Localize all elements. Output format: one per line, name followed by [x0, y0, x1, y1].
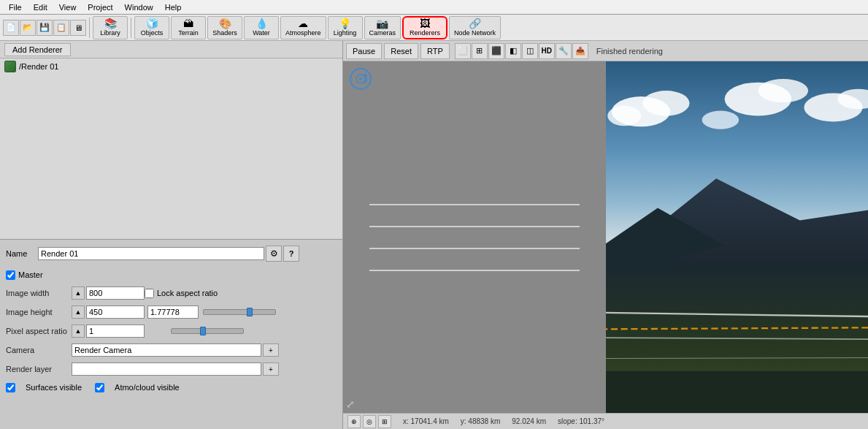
left-panel: Add Renderer /Render 01 Name ⚙ ? Master: [0, 41, 343, 429]
render-settings-btn[interactable]: 🔧: [556, 43, 572, 59]
toolbar-cameras-btn[interactable]: 📷 Cameras: [364, 16, 402, 39]
render-split: [343, 61, 868, 413]
name-input[interactable]: [38, 247, 264, 260]
image-width-input[interactable]: [86, 286, 145, 300]
render-view-btn5[interactable]: ◫: [522, 43, 538, 59]
statusbar-icon-btn1[interactable]: ⊕: [347, 415, 361, 428]
lock-aspect-checkbox[interactable]: [145, 289, 154, 298]
render-view-btn2[interactable]: ⊞: [472, 43, 488, 59]
lighting-label: Lighting: [334, 29, 357, 37]
renderer-item-name: /Render 01: [19, 62, 58, 71]
render-layer-browse-btn[interactable]: +: [263, 362, 279, 376]
toolbar-terrain-btn[interactable]: 🏔 Terrain: [171, 16, 206, 39]
menu-view[interactable]: View: [53, 1, 82, 13]
master-row: Master: [6, 267, 337, 282]
menu-window[interactable]: Window: [119, 1, 159, 13]
toolbar-open-btn[interactable]: 📂: [20, 20, 36, 36]
height-slider-thumb[interactable]: [247, 308, 253, 316]
toolbar-render-btn[interactable]: 🖥: [70, 20, 86, 36]
name-row: Name ⚙ ?: [6, 244, 337, 263]
expand-icon[interactable]: ⤢: [346, 398, 355, 410]
image-height-input[interactable]: [86, 305, 145, 319]
gear-button[interactable]: ⚙: [266, 246, 282, 262]
toolbar-library-btn[interactable]: 📚 Library: [93, 16, 128, 39]
add-renderer-button[interactable]: Add Renderer: [4, 43, 71, 56]
renderer-list: /Render 01: [0, 58, 342, 240]
image-height-adj-btn[interactable]: ▲: [72, 305, 85, 319]
image-height-row: Image height ▲: [6, 304, 337, 320]
atmo-cloud-checkbox[interactable]: [95, 383, 104, 392]
menu-project[interactable]: Project: [82, 1, 118, 13]
objects-icon: 🧊: [146, 18, 158, 29]
cameras-icon: 📷: [376, 18, 388, 29]
statusbar-icons: ⊕ ◎ ⊞: [347, 415, 391, 428]
svg-marker-13: [606, 178, 869, 295]
terrain-label: Terrain: [178, 29, 199, 37]
toolbar-water-btn[interactable]: 💧 Water: [244, 16, 279, 39]
aspect-ratio-input[interactable]: [147, 305, 199, 319]
reset-button[interactable]: Reset: [384, 43, 418, 59]
status-y-coord: y: 48838 km: [461, 417, 500, 425]
svg-point-3: [359, 77, 362, 80]
render-view-btn1[interactable]: ⬜: [455, 43, 471, 59]
toolbar-extra-btn[interactable]: 📋: [53, 20, 69, 36]
render-layer-input[interactable]: [72, 362, 261, 376]
help-button[interactable]: ?: [283, 246, 299, 262]
viewport-area: Pause Reset RTP ⬜ ⊞ ⬛ ◧ ◫ HD 🔧 📤 Finishe…: [343, 41, 868, 429]
pause-button[interactable]: Pause: [346, 43, 382, 59]
viewport-canvas[interactable]: ⤢: [343, 61, 868, 413]
pixel-aspect-slider-track[interactable]: [171, 328, 244, 334]
lighting-icon: 💡: [339, 18, 351, 29]
master-checkbox[interactable]: [6, 270, 15, 280]
toolbar-atmosphere-btn[interactable]: ☁ Atmosphere: [280, 16, 326, 39]
status-x-coord: x: 17041.4 km: [403, 417, 449, 425]
rtp-button[interactable]: RTP: [420, 43, 450, 59]
landscape-image: [606, 61, 869, 413]
sep2: [131, 18, 131, 38]
svg-point-12: [702, 111, 738, 129]
image-width-label: Image width: [6, 289, 72, 297]
menu-file[interactable]: File: [3, 1, 28, 13]
list-item[interactable]: /Render 01: [0, 58, 342, 75]
render-view-btn3[interactable]: ⬛: [488, 43, 504, 59]
camera-browse-btn[interactable]: +: [263, 343, 279, 357]
nodenetwork-label: Node Network: [454, 29, 496, 37]
svg-point-10: [804, 94, 862, 122]
camera-input[interactable]: [72, 343, 261, 357]
toolbar-objects-btn[interactable]: 🧊 Objects: [134, 16, 169, 39]
toolbar-shaders-btn[interactable]: 🎨 Shaders: [207, 16, 242, 39]
pixel-aspect-input[interactable]: [86, 324, 145, 338]
svg-point-6: [642, 91, 689, 115]
render-left-viewport[interactable]: [343, 61, 606, 413]
render-right-viewport[interactable]: [606, 61, 869, 413]
menu-help[interactable]: Help: [159, 1, 188, 13]
toolbar: 📄 📂 💾 📋 🖥 📚 Library 🧊 Objects 🏔 Terrain …: [0, 15, 868, 41]
water-icon: 💧: [256, 18, 268, 29]
renderer-list-header: Add Renderer: [0, 41, 342, 58]
render-view-btn4[interactable]: ◧: [505, 43, 521, 59]
toolbar-save-btn[interactable]: 💾: [37, 20, 53, 36]
surfaces-visible-checkbox[interactable]: [6, 383, 15, 392]
toolbar-renderers-btn[interactable]: 🖼 Renderers: [402, 16, 448, 39]
camera-rotate-icon: [349, 67, 372, 91]
toolbar-lighting-btn[interactable]: 💡 Lighting: [328, 16, 363, 39]
toolbar-new-btn[interactable]: 📄: [3, 20, 19, 36]
height-slider-track[interactable]: [203, 309, 276, 315]
menu-edit[interactable]: Edit: [28, 1, 53, 13]
statusbar-icon-btn3[interactable]: ⊞: [378, 415, 391, 428]
pixel-aspect-adj-btn[interactable]: ▲: [72, 324, 85, 338]
surfaces-visible-label: Surfaces visible: [26, 383, 82, 392]
cameras-label: Cameras: [369, 29, 396, 37]
atmo-cloud-label: Atmo/cloud visible: [115, 383, 180, 392]
render-hd-btn[interactable]: HD: [539, 43, 555, 59]
image-width-adj-btn[interactable]: ▲: [72, 286, 85, 300]
pixel-aspect-slider-thumb[interactable]: [200, 327, 206, 335]
render-export-btn[interactable]: 📤: [572, 43, 588, 59]
render-toolbar: Pause Reset RTP ⬜ ⊞ ⬛ ◧ ◫ HD 🔧 📤 Finishe…: [343, 41, 868, 61]
svg-rect-4: [606, 61, 869, 413]
toolbar-nodenetwork-btn[interactable]: 🔗 Node Network: [449, 16, 501, 39]
atmosphere-icon: ☁: [298, 18, 308, 29]
statusbar-icon-btn2[interactable]: ◎: [363, 415, 376, 428]
menu-bar: File Edit View Project Window Help: [0, 0, 868, 15]
camera-overlay: [349, 67, 372, 91]
